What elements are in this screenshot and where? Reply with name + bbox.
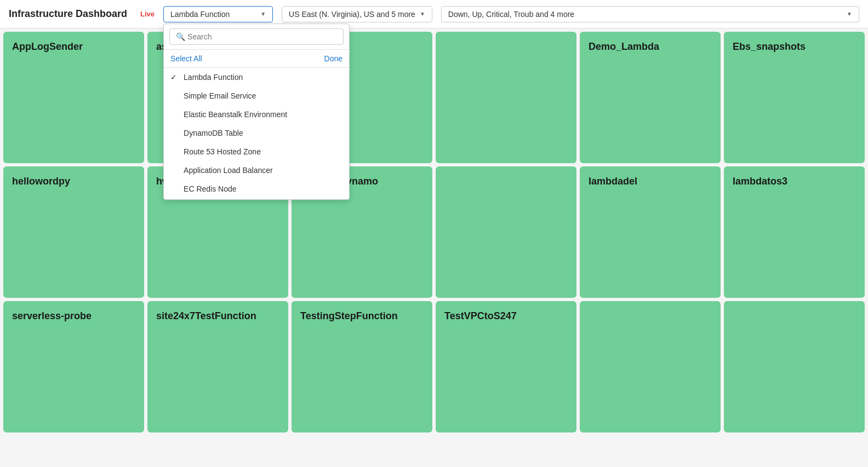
dropdown-item-label: Application Load Balancer: [184, 166, 342, 175]
grid-tile[interactable]: Ebs_snapshots: [724, 32, 865, 163]
page-title: Infrastructure Dashboard: [9, 8, 127, 20]
dropdown-item[interactable]: ✓Lambda Function: [164, 68, 349, 87]
dropdown-item-label: Simple Email Service: [184, 91, 342, 100]
grid-tile[interactable]: AppLogSender: [3, 32, 144, 163]
grid-tile[interactable]: [436, 166, 576, 298]
dropdown-item[interactable]: Simple Email Service: [164, 87, 349, 105]
resource-type-search-wrapper: 🔍: [164, 24, 349, 50]
dropdown-item-label: Elastic Beanstalk Environment: [184, 110, 342, 119]
status-selected-label: Down, Up, Critical, Troub and 4 more: [448, 10, 574, 19]
resource-type-dropdown-btn[interactable]: Lambda Function ▼: [163, 6, 273, 22]
select-all-button[interactable]: Select All: [170, 53, 202, 64]
dropdown-item-label: Route 53 Hosted Zone: [184, 147, 342, 156]
resource-type-actions: Select All Done: [164, 50, 349, 68]
done-button[interactable]: Done: [324, 53, 342, 64]
resource-type-items-list: ✓Lambda FunctionSimple Email ServiceElas…: [164, 68, 349, 199]
dropdown-item[interactable]: Elastic Beanstalk Environment: [164, 105, 349, 124]
region-dropdown-btn[interactable]: US East (N. Virginia), US and 5 more ▼: [282, 6, 432, 22]
grid-tile[interactable]: lambdadel: [580, 166, 721, 298]
resource-type-dropdown-menu: 🔍 Select All Done ✓Lambda FunctionSimple…: [163, 24, 350, 200]
resource-type-selected-label: Lambda Function: [170, 10, 230, 19]
status-dropdown-btn[interactable]: Down, Up, Critical, Troub and 4 more ▼: [441, 6, 859, 22]
grid-tile[interactable]: site24x7TestFunction: [147, 301, 288, 433]
header: Infrastructure Dashboard Live Lambda Fun…: [0, 0, 868, 28]
checkmark-icon: ✓: [170, 73, 179, 82]
grid-tile[interactable]: TestingStepFunction: [292, 301, 432, 433]
grid-tile[interactable]: Demo_Lambda: [580, 32, 721, 163]
grid-tile[interactable]: TestVPCtoS247: [436, 301, 576, 433]
grid-tile[interactable]: [724, 301, 865, 433]
dropdown-item[interactable]: Application Load Balancer: [164, 161, 349, 180]
resource-type-dropdown-wrapper: Lambda Function ▼ 🔍 Select All Done ✓Lam…: [163, 6, 273, 22]
grid-tile[interactable]: lambdatos3: [724, 166, 865, 298]
dropdown-item[interactable]: Route 53 Hosted Zone: [164, 142, 349, 161]
dropdown-item[interactable]: DynamoDB Table: [164, 124, 349, 142]
search-icon: 🔍: [176, 32, 185, 41]
status-dropdown-wrapper: Down, Up, Critical, Troub and 4 more ▼: [441, 6, 859, 22]
resource-type-chevron-icon: ▼: [260, 11, 266, 17]
grid-tile[interactable]: [436, 32, 576, 163]
grid-tile[interactable]: serverless-probe: [3, 301, 144, 433]
resource-type-search-input[interactable]: [169, 28, 344, 45]
dropdown-item[interactable]: EC Redis Node: [164, 180, 349, 198]
dropdown-item-label: EC Redis Node: [184, 185, 342, 193]
region-dropdown-wrapper: US East (N. Virginia), US and 5 more ▼: [282, 6, 432, 22]
live-badge: Live: [140, 10, 155, 18]
dropdown-item-label: DynamoDB Table: [184, 129, 342, 137]
grid-tile[interactable]: hellowordpy: [3, 166, 144, 298]
dropdown-item-label: Lambda Function: [184, 73, 342, 82]
tiles-grid: AppLogSenderasynccalllcDemo_LambdaEbs_sn…: [0, 28, 868, 467]
status-chevron-icon: ▼: [847, 11, 852, 17]
region-chevron-icon: ▼: [420, 11, 425, 17]
region-selected-label: US East (N. Virginia), US and 5 more: [289, 10, 415, 19]
grid-tile[interactable]: [580, 301, 721, 433]
dropdown-item[interactable]: Elastic File System: [164, 198, 349, 199]
